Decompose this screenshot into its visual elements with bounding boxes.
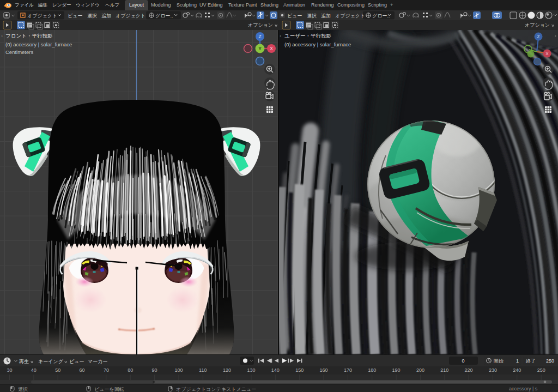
svg-text:0: 0 <box>462 358 464 364</box>
svg-text:終了: 終了 <box>525 358 536 364</box>
svg-text:X: X <box>545 51 549 56</box>
svg-text:X: X <box>270 46 273 51</box>
svg-text:‹: ‹ <box>555 33 556 39</box>
svg-text:250: 250 <box>546 358 554 364</box>
svg-text:›: › <box>280 33 281 39</box>
svg-text:1: 1 <box>516 358 519 364</box>
svg-text:Centimeters: Centimeters <box>5 49 33 55</box>
svg-text:ユーザー・平行投影: ユーザー・平行投影 <box>284 33 331 39</box>
svg-text:Z: Z <box>537 34 540 39</box>
svg-text:(0) accessory | solar_furnace: (0) accessory | solar_furnace <box>284 41 351 47</box>
svg-text:フロント・平行投影: フロント・平行投影 <box>5 33 52 39</box>
svg-text:(0) accessory | solar_furnace: (0) accessory | solar_furnace <box>5 41 72 47</box>
svg-text:Z: Z <box>258 34 261 39</box>
svg-text:›: › <box>1 33 3 39</box>
svg-text:開始: 開始 <box>494 358 504 364</box>
svg-text:Y: Y <box>258 46 262 51</box>
